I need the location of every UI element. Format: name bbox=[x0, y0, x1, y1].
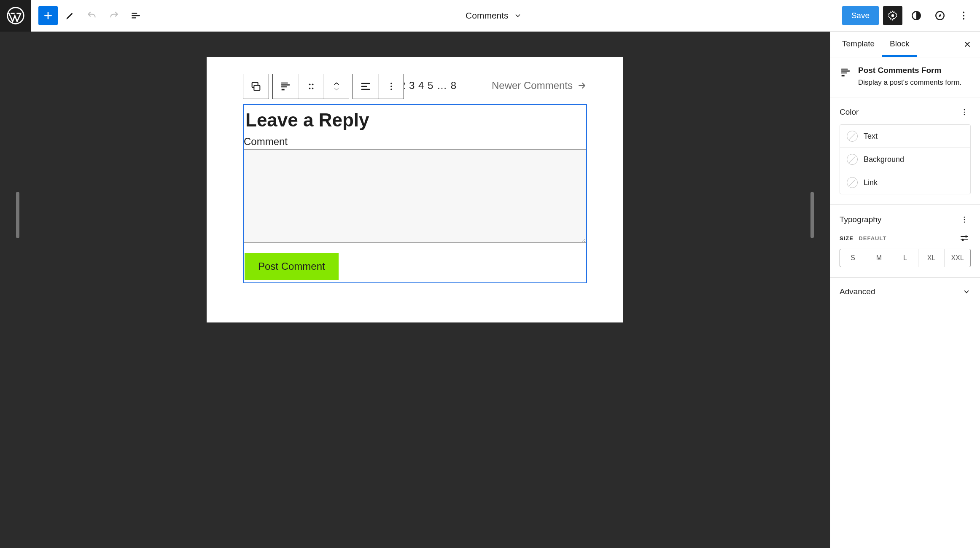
chevron-up-icon bbox=[332, 81, 341, 86]
editor-canvas[interactable]: 1 2 3 4 5 … 8 Newer Comments Leave a Rep… bbox=[207, 57, 623, 322]
typography-options-button[interactable] bbox=[958, 213, 971, 226]
chevron-down-icon bbox=[514, 11, 522, 20]
reply-title: Leave a Reply bbox=[244, 105, 586, 134]
svg-point-19 bbox=[964, 112, 965, 113]
sidebar-tabs: Template Block bbox=[830, 32, 980, 57]
newer-comments-label: Newer Comments bbox=[492, 80, 573, 91]
svg-point-15 bbox=[390, 86, 392, 87]
block-info: Post Comments Form Display a post's comm… bbox=[830, 57, 980, 97]
color-section: Color Text Background bbox=[830, 97, 980, 205]
chevron-down-icon bbox=[962, 287, 971, 296]
more-vertical-icon bbox=[385, 81, 397, 92]
post-comments-form-icon bbox=[840, 67, 851, 78]
comment-label: Comment bbox=[244, 134, 586, 149]
svg-point-18 bbox=[964, 109, 965, 110]
edit-tool-button[interactable] bbox=[60, 6, 80, 25]
comments-block-icon bbox=[250, 81, 262, 92]
size-default: DEFAULT bbox=[859, 235, 886, 242]
color-section-title: Color bbox=[840, 107, 859, 117]
comment-textarea[interactable] bbox=[244, 149, 586, 243]
svg-point-23 bbox=[964, 222, 965, 223]
svg-point-5 bbox=[963, 15, 964, 16]
size-xl[interactable]: XL bbox=[918, 249, 944, 267]
redo-icon bbox=[108, 10, 119, 21]
undo-button[interactable] bbox=[82, 6, 102, 25]
color-item-link[interactable]: Link bbox=[840, 171, 970, 194]
block-type-button[interactable] bbox=[273, 74, 298, 99]
svg-point-25 bbox=[962, 239, 964, 241]
align-button[interactable] bbox=[353, 74, 378, 99]
redo-button[interactable] bbox=[104, 6, 124, 25]
block-toolbar bbox=[243, 74, 404, 99]
svg-point-24 bbox=[965, 236, 967, 238]
size-buttons: S M L XL XXL bbox=[840, 249, 971, 267]
styles-button[interactable] bbox=[907, 6, 926, 25]
resize-handle-right[interactable] bbox=[810, 192, 814, 238]
color-item-background[interactable]: Background bbox=[840, 148, 970, 171]
svg-rect-9 bbox=[282, 89, 285, 91]
size-custom-button[interactable] bbox=[958, 232, 971, 244]
settings-sidebar: Template Block Post Comments Form Displa… bbox=[830, 32, 980, 548]
color-options-button[interactable] bbox=[958, 106, 971, 118]
newer-comments-link[interactable]: Newer Comments bbox=[492, 80, 587, 91]
advanced-section[interactable]: Advanced bbox=[830, 278, 980, 306]
svg-point-10 bbox=[309, 83, 310, 85]
chevron-down-icon bbox=[332, 86, 341, 91]
post-comments-form-block[interactable]: Leave a Reply Comment Post Comment bbox=[243, 104, 587, 283]
save-button[interactable]: Save bbox=[842, 6, 879, 25]
add-block-button[interactable] bbox=[38, 6, 58, 25]
svg-point-6 bbox=[963, 18, 964, 20]
move-updown-button[interactable] bbox=[323, 74, 349, 99]
wordpress-icon bbox=[7, 7, 24, 24]
resize-handle-left[interactable] bbox=[16, 192, 19, 238]
none-swatch-icon bbox=[847, 154, 858, 165]
more-vertical-icon bbox=[960, 215, 969, 224]
gear-icon bbox=[887, 10, 898, 21]
svg-point-12 bbox=[309, 88, 310, 89]
color-item-label: Background bbox=[864, 155, 904, 164]
more-vertical-icon bbox=[960, 108, 969, 116]
wp-logo[interactable] bbox=[0, 0, 31, 32]
tab-template[interactable]: Template bbox=[835, 32, 882, 57]
svg-point-21 bbox=[964, 217, 965, 218]
editor-canvas-area: 1 2 3 4 5 … 8 Newer Comments Leave a Rep… bbox=[0, 32, 830, 548]
options-button[interactable] bbox=[954, 6, 973, 25]
align-left-icon bbox=[360, 81, 372, 92]
drag-handle-button[interactable] bbox=[298, 74, 323, 99]
close-icon bbox=[963, 40, 972, 48]
svg-point-13 bbox=[312, 88, 313, 89]
document-title-text: Comments bbox=[466, 11, 509, 21]
parent-block-button[interactable] bbox=[243, 74, 269, 99]
advanced-title: Advanced bbox=[840, 287, 875, 296]
svg-point-22 bbox=[964, 219, 965, 220]
document-overview-button[interactable] bbox=[126, 6, 145, 25]
document-title[interactable]: Comments bbox=[145, 11, 842, 21]
block-more-button[interactable] bbox=[378, 74, 404, 99]
size-m[interactable]: M bbox=[866, 249, 892, 267]
block-info-description: Display a post's comments form. bbox=[858, 78, 961, 87]
typography-section: Typography SIZE DEFAULT S M bbox=[830, 205, 980, 278]
size-l[interactable]: L bbox=[892, 249, 918, 267]
post-comment-button[interactable]: Post Comment bbox=[245, 253, 339, 280]
post-comments-form-icon bbox=[280, 81, 291, 92]
view-button[interactable] bbox=[930, 6, 950, 25]
settings-button[interactable] bbox=[883, 6, 902, 25]
none-swatch-icon bbox=[847, 131, 858, 142]
contrast-icon bbox=[911, 10, 922, 21]
undo-icon bbox=[86, 10, 97, 21]
more-vertical-icon bbox=[958, 10, 969, 21]
none-swatch-icon bbox=[847, 177, 858, 188]
tab-block[interactable]: Block bbox=[882, 32, 917, 57]
color-item-text[interactable]: Text bbox=[840, 125, 970, 148]
drag-icon bbox=[305, 81, 317, 92]
svg-point-1 bbox=[891, 14, 894, 17]
typography-section-title: Typography bbox=[840, 215, 881, 224]
svg-rect-8 bbox=[254, 86, 260, 91]
pencil-icon bbox=[65, 10, 75, 21]
close-sidebar-button[interactable] bbox=[959, 36, 976, 53]
size-s[interactable]: S bbox=[840, 249, 866, 267]
svg-rect-17 bbox=[842, 75, 845, 77]
top-toolbar: Comments Save bbox=[0, 0, 980, 32]
size-label: SIZE bbox=[840, 235, 853, 242]
size-xxl[interactable]: XXL bbox=[944, 249, 970, 267]
